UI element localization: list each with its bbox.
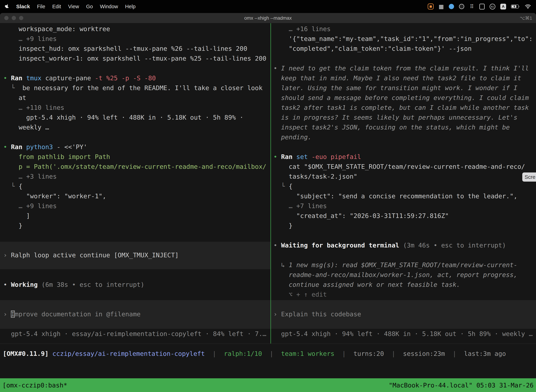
terminal-line [3,299,270,309]
terminal-line: cat "$OMX_TEAM_STATE_ROOT/team/review-cu… [273,162,536,172]
phone-mirroring-icon[interactable] [479,4,485,9]
terminal-line: workspace_mode: worktree [3,24,270,34]
terminal-line [3,319,270,329]
screen-recording-indicator-icon[interactable] [428,4,434,9]
stop-recording-glyph [430,5,432,8]
apple-logo-icon [5,4,9,9]
globe-app-icon[interactable] [449,4,454,9]
screen-share-popup: Scre [522,173,536,182]
tmux-pane-left[interactable]: workspace_mode: worktree … +9 lines insp… [0,23,270,344]
terminal-line [3,289,270,299]
terminal-line: is in progress? It seems likely but perh… [273,112,536,122]
terminal-line [3,63,270,73]
terminal-line: › Explain this codebase [273,309,536,319]
terminal-line: tasks/task-2.json" [273,172,536,182]
tmux-status-bar: [omx-cczip0:bash* "MacBook-Pro-44.local"… [0,378,536,392]
terminal-line: ] [3,211,270,221]
terminal-line: later. Using the same for transition mig… [273,83,536,93]
menu-window[interactable]: Window [100,4,118,9]
battery-percent-badge[interactable]: 61 [490,4,495,9]
terminal-line [273,54,536,63]
terminal-line: weekly … [3,122,270,132]
terminal-window: omx --xhigh --madmax ⌥⌘1 workspace_mode:… [0,13,536,392]
terminal-line: • Working (6m 38s • esc to interrupt) [3,280,270,289]
terminal-line: gpt-5.4 xhigh · 94% left · 488K in · 5.1… [273,329,536,339]
terminal-line: pending. [273,132,536,142]
window-title-bar[interactable]: omx --xhigh --madmax ⌥⌘1 [0,13,536,23]
terminal-line: keep that in mind. Maybe I also need the… [273,73,536,83]
terminal-line: • Waiting for background terminal (3m 46… [273,240,536,250]
terminal-line: └ { [3,182,270,191]
terminal-line: } [273,221,536,231]
terminal-line [273,319,536,329]
terminal-line: "subject": "send a concise recommendatio… [273,191,536,201]
terminal-line: … +16 lines [273,24,536,34]
menu-bar-status-icons: ▦⠿61A [428,3,531,10]
apple-menu[interactable] [5,4,9,9]
dots-grid-icon[interactable]: ⠿ [469,3,474,10]
menu-items: FileEditViewGoWindowHelp [37,4,136,9]
terminal-line: … +110 lines [3,103,270,112]
terminal-line: "created_at": "2026-03-31T11:59:27.816Z" [273,211,536,221]
terminal-line: ⌥ + ↑ edit [273,289,536,299]
omx-status-line: [OMX#0.11.9] cczip/essay/ai-reimplementa… [3,349,506,359]
screen-share-popup-text: Scre [525,174,536,180]
terminal-line: at [3,93,270,103]
terminal-line: gpt-5.4 xhigh · 94% left · 488K in · 5.1… [3,112,270,122]
terminal-line: "completed","claim_token":"claim-token"}… [273,44,536,54]
terminal-line: readme-and-reco/mailbox/worker-1.json, a… [273,270,536,280]
terminal-line: '{"team_name":"my-team","task_id":"1","f… [273,34,536,44]
terminal-line: › Improve documentation in @filename [3,309,270,319]
terminal-line [273,299,536,309]
terminal-line [273,231,536,240]
terminal-line: └ be necessary for the end of the README… [3,83,270,93]
terminal-line [3,231,270,240]
terminal-line: … +9 lines [3,34,270,44]
terminal-line: task2 after task1 is complete, but can I… [273,103,536,112]
terminal-line: gpt-5.4 xhigh · essay/ai-reimplementatio… [3,329,270,339]
tmux-host-time: "MacBook-Pro-44.local" 05:03 31-Mar-26 [389,382,534,389]
input-source-icon[interactable]: A [500,4,506,9]
window-grid-icon[interactable]: ▦ [439,3,444,10]
terminal-line: continue assigned work or next feasible … [273,280,536,289]
active-app-menu[interactable]: Slack [16,4,30,9]
window-title: omx --xhigh --madmax [0,13,536,23]
tmux-pane-right[interactable]: … +16 lines '{"team_name":"my-team","tas… [271,23,536,344]
terminal-line: inspect_hud: omx sparkshell --tmux-pane … [3,44,270,54]
terminal-line: • Ran set -euo pipefail [273,152,536,162]
menu-edit[interactable]: Edit [52,4,61,9]
terminal-line [273,142,536,152]
window-shortcut-hint: ⌥⌘1 [520,13,532,23]
terminal-line: • Ran python3 - <<'PY' [3,142,270,152]
terminal-line: › Ralph loop active continue [OMX_TMUX_I… [3,250,270,260]
battery-icon[interactable] [511,3,520,10]
terminal-line: … +7 lines [273,201,536,211]
terminal-line [3,240,270,250]
terminal-line: should send a message before completing … [273,93,536,103]
menu-view[interactable]: View [68,4,79,9]
pane-bottom-separator [0,344,536,344]
menu-bar: Slack FileEditViewGoWindowHelp ▦⠿61A [0,0,536,13]
tmux-session-name: [omx-cczip0:bash* [2,382,67,389]
menu-file[interactable]: File [37,4,45,9]
menu-go[interactable]: Go [86,4,93,9]
menu-bar-left: Slack FileEditViewGoWindowHelp [5,4,136,9]
terminal-line: } [3,221,270,231]
terminal-line [3,260,270,270]
terminal-content: workspace_mode: worktree … +9 lines insp… [0,23,536,392]
terminal-line: • I need to get the claim token from the… [273,63,536,73]
screen: Slack FileEditViewGoWindowHelp ▦⠿61A omx… [0,0,536,392]
terminal-line [3,132,270,142]
terminal-line: └ { [273,182,536,191]
clock-app-icon[interactable] [459,4,464,9]
terminal-line: inspect task2's JSON, focusing on the st… [273,122,536,132]
wifi-icon[interactable] [525,3,531,10]
terminal-line: … +3 lines [3,172,270,182]
terminal-line: "worker": "worker-1", [3,191,270,201]
terminal-line [3,270,270,280]
terminal-line: … +9 lines [3,201,270,211]
terminal-line: inspect_worker-1: omx sparkshell --tmux-… [3,54,270,63]
menu-help[interactable]: Help [125,4,136,9]
terminal-line: from pathlib import Path [3,152,270,162]
terminal-line: ↳ 1 new msg(s): read $OMX_TEAM_STATE_ROO… [273,260,536,270]
